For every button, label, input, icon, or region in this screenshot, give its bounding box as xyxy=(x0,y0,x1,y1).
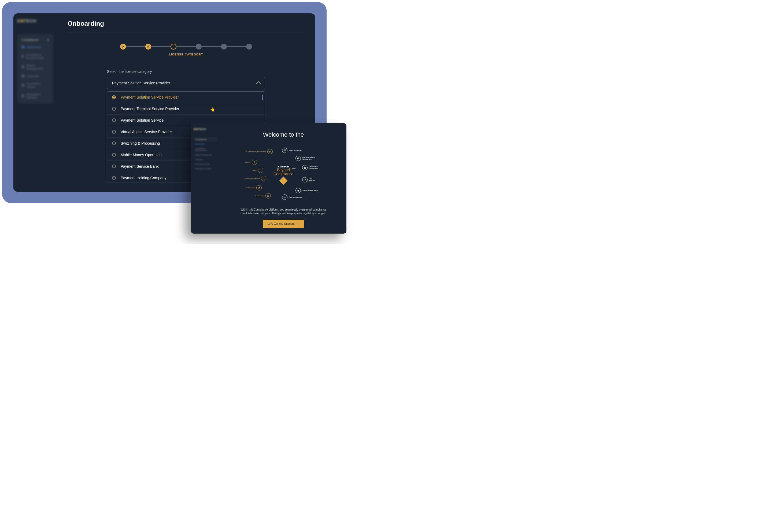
sidebar-item-document-library[interactable]: Document Library xyxy=(19,80,51,91)
diamond-icon xyxy=(279,177,288,185)
page-title: Onboarding xyxy=(68,20,305,33)
welcome-panel: Welcome to the EMTECH Beyond Compliance … xyxy=(221,123,346,234)
document-icon: ▤ xyxy=(282,148,288,153)
compliance-diagram: EMTECH Beyond Compliance ⛨ AML (Anti-Mon… xyxy=(249,146,318,203)
ring-communication-alerts: ◉ Communication Alerts xyxy=(296,188,318,193)
database-icon: ▦ xyxy=(302,165,308,170)
license-category-select[interactable]: Payment Solution Service Provider xyxy=(107,77,265,89)
alert-icon: ◉ xyxy=(296,188,301,193)
sidebar-item-document-library[interactable]: Document Library xyxy=(194,162,218,166)
ring-policy-orchestrator: ▤ Policy Orchestrator xyxy=(282,148,303,153)
sidebar-item-regulatory-updates[interactable]: Regulatory Updates xyxy=(19,91,51,101)
option-payment-terminal-service-provider[interactable]: Payment Terminal Service Provider xyxy=(107,103,265,115)
search-icon: ⌕ xyxy=(282,194,288,200)
sidebar-item-regulatory-updates[interactable]: Regulatory Updates xyxy=(194,166,218,171)
ring-consumer-protection: ☺ Consumer Protection xyxy=(245,176,266,181)
grid-icon xyxy=(21,46,25,49)
step-4 xyxy=(196,44,202,50)
welcome-title: Welcome to the xyxy=(263,131,304,138)
sidebar-item-dashboard[interactable]: Dashboard xyxy=(19,43,51,51)
option-payment-solution-service-provider[interactable]: Payment Solution Service Provider xyxy=(107,92,265,103)
shield-icon: ⛨ xyxy=(267,149,273,154)
sidebar: EMTECH Compliance ▾ Dashboard Compliance… xyxy=(13,13,57,192)
report-icon xyxy=(21,65,24,69)
radio-icon xyxy=(112,130,116,134)
scrollbar[interactable] xyxy=(262,95,263,100)
radio-icon xyxy=(112,176,116,180)
ring-license-workflow: ⇄ License Workflow Management xyxy=(296,156,318,161)
step-6 xyxy=(246,44,252,50)
secondary-sidebar: EMTECH Compliance Dashboard Compliance R… xyxy=(191,123,221,234)
nav-section: Compliance ▾ Dashboard Compliance Requir… xyxy=(17,34,53,103)
gauge-icon: ◔ xyxy=(256,185,262,190)
radio-icon xyxy=(112,164,116,168)
ring-risks: △ Risks xyxy=(253,168,263,173)
chart-icon: ⫻ xyxy=(302,177,308,182)
ring-tasks: Tasks xyxy=(292,168,296,170)
step-5 xyxy=(221,44,227,50)
chevron-up-icon xyxy=(256,81,261,86)
sidebar-item-compliance-requirements[interactable]: Compliance Requirements xyxy=(19,51,51,62)
dollar-icon: $ xyxy=(252,160,257,165)
welcome-window: EMTECH Compliance Dashboard Compliance R… xyxy=(191,123,346,234)
nav-section-header[interactable]: Compliance ▾ xyxy=(19,36,51,43)
step-3-current xyxy=(170,44,176,50)
current-step-label: LICENSE CATEGORY xyxy=(68,53,305,56)
ring-governance: ⚖ Governance xyxy=(255,193,271,198)
sidebar-item-report-management[interactable]: Report Management xyxy=(194,153,218,157)
radio-icon xyxy=(112,118,116,122)
scales-icon: ⚖ xyxy=(266,193,271,198)
sidebar-item-calendar[interactable]: Calendar xyxy=(194,157,218,162)
ring-audit-management: ⌕ Audit Management xyxy=(282,194,302,200)
check-icon xyxy=(21,55,24,58)
onboard-cta-button[interactable]: Let's Get You Onboard xyxy=(263,220,304,228)
radio-icon xyxy=(112,95,116,99)
ring-performance: ◔ Performance xyxy=(246,185,262,190)
sidebar-item-calendar[interactable]: Calendar xyxy=(19,72,51,80)
ring-liquidity: $ Liquidity xyxy=(245,160,257,165)
radio-icon xyxy=(112,153,116,157)
chevron-down-icon: ▾ xyxy=(47,38,49,42)
arrow-right-icon xyxy=(297,222,299,225)
sidebar-item-dashboard[interactable]: Dashboard xyxy=(194,142,218,146)
ring-data-analytics: ⫻ Data Analytics xyxy=(302,177,318,182)
ring-data-report-management: ▦ Data/Report Management xyxy=(302,165,318,170)
people-icon: ☺ xyxy=(261,176,266,181)
check-icon xyxy=(122,45,124,48)
sidebar-item-report-management[interactable]: Report Management xyxy=(19,62,51,72)
step-2-done xyxy=(145,44,151,50)
step-1-done xyxy=(120,44,126,50)
welcome-description: Within this Compliance platform, you sea… xyxy=(238,208,329,215)
calendar-icon xyxy=(21,74,25,78)
app-logo: EMTECH xyxy=(194,128,218,131)
app-logo: EMTECH xyxy=(17,19,53,24)
document-icon xyxy=(21,84,24,87)
bell-icon xyxy=(21,94,24,98)
diagram-center: EMTECH Beyond Compliance xyxy=(274,165,293,184)
selected-value: Payment Solution Service Provider xyxy=(112,81,170,85)
radio-icon xyxy=(112,107,116,111)
radio-icon xyxy=(112,141,116,145)
ring-aml: ⛨ AML (Anti-Money Laundering) xyxy=(245,149,273,154)
progress-stepper xyxy=(68,44,305,50)
form-label: Select the license category xyxy=(107,69,265,74)
check-icon xyxy=(147,45,149,48)
sidebar-item-compliance-requirements[interactable]: Compliance Requirements xyxy=(194,146,218,153)
nav-section-header[interactable]: Compliance xyxy=(194,137,218,142)
flow-icon: ⇄ xyxy=(296,156,301,161)
warning-icon: △ xyxy=(258,168,263,173)
